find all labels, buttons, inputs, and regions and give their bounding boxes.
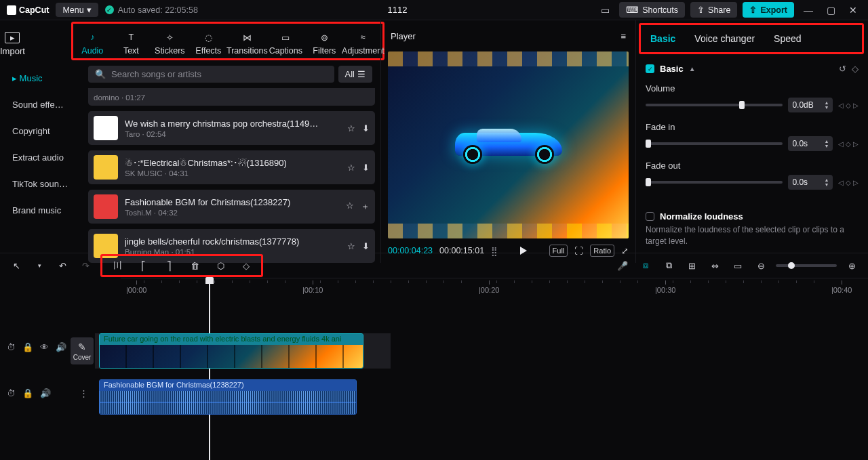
layout-icon[interactable]: ▭: [597, 5, 614, 16]
link-icon[interactable]: ⧉: [660, 257, 677, 274]
track-lock-icon[interactable]: 🔒: [22, 342, 33, 352]
preview-axis-icon[interactable]: ⊞: [684, 257, 700, 274]
song-row[interactable]: Fashionable BGM for Christmas(1238227)To…: [88, 190, 375, 224]
basic-checkbox-icon[interactable]: ✓: [646, 64, 654, 73]
fadein-value[interactable]: 0.0s▲▼: [788, 136, 833, 151]
track-lane[interactable]: ✎CoverFuture car going on the road with …: [95, 333, 868, 369]
main-area: ▸ Import ♪AudioTText✧Stickers◌Effects⋈Tr…: [0, 20, 868, 253]
track-timer-icon[interactable]: ⏱: [7, 342, 16, 352]
share-button[interactable]: ⇪ Share: [690, 2, 737, 18]
chevron-down-icon: ▾: [87, 5, 92, 15]
song-plus-icon[interactable]: ＋: [361, 201, 370, 213]
track-link-icon[interactable]: ⇔: [707, 257, 723, 274]
track-lane[interactable]: Fashionable BGM for Christmas(1238227): [95, 379, 868, 415]
marker-icon[interactable]: ◇: [238, 257, 254, 274]
track-header: ⏱🔒🔊⋮: [0, 370, 95, 416]
reset-icon[interactable]: ↺: [839, 64, 846, 74]
filters-icon: ⊚: [318, 31, 330, 43]
trim-right-icon[interactable]: ⎤: [161, 257, 177, 274]
category-item[interactable]: Extract audio: [7, 146, 81, 169]
menu-button[interactable]: Menu ▾: [56, 3, 98, 17]
song-title: jingle bells/cheerful rock/christmas(137…: [125, 236, 340, 247]
timeline-ruler[interactable]: |00:00|00:10|00:20|00:30|00:40: [121, 278, 868, 291]
import-button[interactable]: ▸ Import: [0, 20, 25, 60]
clip-tool-icon[interactable]: ▭: [730, 257, 746, 274]
tab-captions[interactable]: ▭Captions: [267, 31, 305, 56]
search-input[interactable]: 🔍 Search songs or artists: [88, 66, 334, 83]
trim-left-icon[interactable]: ⎡: [135, 257, 151, 274]
category-item[interactable]: Copyright: [7, 120, 81, 142]
song-star-icon[interactable]: ☆: [346, 201, 354, 213]
track-eye-icon[interactable]: 👁: [40, 342, 49, 352]
mic-record-icon[interactable]: 🎤: [614, 257, 631, 274]
tab-filters[interactable]: ⊚Filters: [305, 31, 344, 56]
fadeout-value[interactable]: 0.0s▲▼: [788, 175, 833, 190]
track-timer-icon[interactable]: ⏱: [7, 388, 16, 398]
pointer-tool-icon[interactable]: ↖: [8, 257, 24, 274]
track-lock-icon[interactable]: 🔒: [22, 388, 33, 398]
zoom-out-icon[interactable]: ⊖: [753, 257, 769, 274]
magnet-icon[interactable]: ⧈: [637, 257, 654, 274]
basic-section-header[interactable]: ✓ Basic ▲ ↺ ◇: [646, 64, 859, 74]
cover-button[interactable]: ✎Cover: [71, 337, 94, 364]
export-button[interactable]: ⇧ Export: [743, 2, 794, 18]
track-speaker-icon[interactable]: 🔊: [56, 342, 66, 352]
collapse-icon[interactable]: ▲: [689, 65, 696, 72]
volume-value[interactable]: 0.0dB▲▼: [788, 98, 833, 112]
undo-icon[interactable]: ↶: [54, 257, 71, 274]
zoom-in-icon[interactable]: ⊕: [844, 257, 860, 274]
category-item[interactable]: ▸ Music: [7, 67, 81, 89]
maximize-button[interactable]: ▢: [823, 5, 840, 16]
song-star-icon[interactable]: ☆: [347, 123, 355, 133]
player-menu-icon[interactable]: ≡: [620, 31, 626, 41]
category-item[interactable]: Brand music: [7, 199, 81, 222]
normalize-checkbox[interactable]: [646, 212, 654, 221]
track-menu-icon[interactable]: ⋮: [79, 388, 88, 398]
keyframe-icon[interactable]: ◇: [852, 64, 859, 74]
tab-effects[interactable]: ◌Effects: [189, 31, 228, 56]
filter-all-button[interactable]: All ☰: [338, 66, 372, 83]
titlebar-right: ▭ ⌨ Shortcuts ⇪ Share ⇧ Export — ▢ ✕: [597, 2, 861, 18]
player-preview[interactable]: [388, 51, 629, 238]
song-download-icon[interactable]: ⬇: [362, 163, 370, 173]
tab-transitions[interactable]: ⋈Transitions: [228, 31, 267, 56]
close-button[interactable]: ✕: [845, 5, 861, 16]
minimize-button[interactable]: —: [800, 5, 817, 16]
shortcuts-button[interactable]: ⌨ Shortcuts: [619, 2, 685, 18]
fadein-keyframe[interactable]: ◁ ◇ ▷: [838, 140, 859, 148]
track-lanes[interactable]: ✎CoverFuture car going on the road with …: [95, 291, 868, 460]
audio-clip[interactable]: Fashionable BGM for Christmas(1238227): [99, 379, 357, 415]
zoom-slider[interactable]: [776, 264, 837, 267]
song-download-icon[interactable]: ⬇: [362, 241, 370, 251]
song-row[interactable]: domino · 01:27: [88, 88, 375, 106]
volume-slider[interactable]: [646, 104, 783, 106]
fadeout-keyframe[interactable]: ◁ ◇ ▷: [838, 179, 859, 186]
tab-text[interactable]: TText: [112, 31, 151, 56]
properties-panel: BasicVoice changerSpeed ✓ Basic ▲ ↺ ◇ Vo…: [636, 20, 868, 263]
delete-icon[interactable]: 🗑: [186, 257, 203, 274]
tab-adjustment[interactable]: ≈Adjustment: [344, 31, 382, 56]
prop-tab-basic[interactable]: Basic: [650, 33, 675, 44]
tab-audio[interactable]: ♪Audio: [73, 31, 112, 56]
song-title: ☃･:*Electrical☃Christmas*:･☃(1316890): [125, 158, 340, 168]
marker-add-icon[interactable]: ⬡: [212, 257, 229, 274]
song-row[interactable]: ☃･:*Electrical☃Christmas*:･☃(1316890)SK …: [88, 150, 375, 184]
volume-keyframe[interactable]: ◁ ◇ ▷: [838, 102, 859, 109]
category-item[interactable]: TikTok soun…: [7, 173, 81, 195]
tab-stickers[interactable]: ✧Stickers: [151, 31, 189, 56]
prop-tab-voice-changer[interactable]: Voice changer: [694, 33, 755, 44]
song-download-icon[interactable]: ⬇: [362, 123, 370, 133]
song-row[interactable]: We wish a merry christmas pop orchestra(…: [88, 111, 375, 145]
song-star-icon[interactable]: ☆: [347, 241, 355, 251]
video-clip[interactable]: Future car going on the road with electr…: [99, 333, 363, 369]
fadein-slider[interactable]: [646, 142, 783, 145]
redo-icon[interactable]: ↷: [77, 257, 94, 274]
fadeout-slider[interactable]: [646, 181, 783, 184]
pointer-dropdown-icon[interactable]: ▾: [31, 257, 47, 274]
pencil-icon: ✎: [78, 341, 86, 352]
song-star-icon[interactable]: ☆: [347, 163, 355, 173]
split-icon[interactable]: 〣: [109, 257, 125, 274]
track-speaker-icon[interactable]: 🔊: [40, 388, 51, 398]
prop-tab-speed[interactable]: Speed: [774, 33, 801, 44]
category-item[interactable]: Sound effe…: [7, 93, 81, 116]
